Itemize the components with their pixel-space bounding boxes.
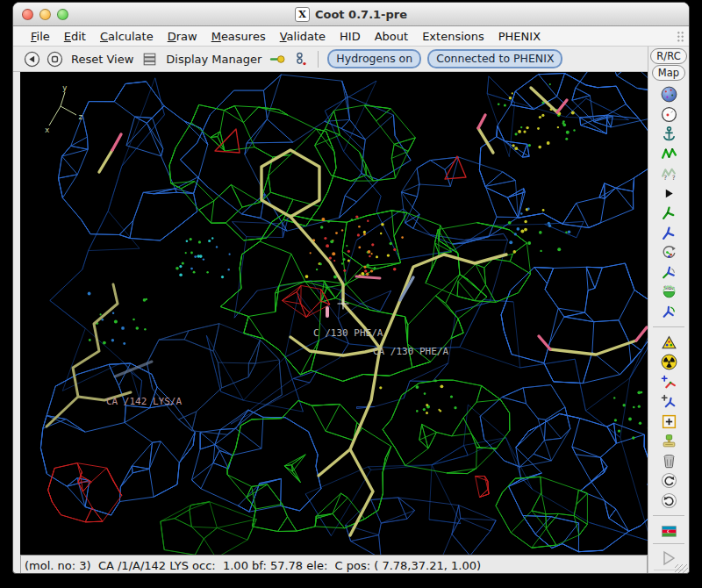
back-circle-icon[interactable]: [24, 51, 40, 68]
left-column: Reset ViewDisplay ManagerHydrogens onCon…: [13, 47, 648, 573]
sidechain-flip-icon[interactable]: Side: [661, 283, 677, 300]
toolbar-items: Reset ViewDisplay ManagerHydrogens onCon…: [24, 49, 562, 68]
svg-text:CA /142 LYS/A: CA /142 LYS/A: [106, 396, 182, 407]
undo-icon[interactable]: [661, 472, 677, 489]
record-circle-icon[interactable]: [47, 51, 63, 68]
close-button[interactable]: [22, 9, 33, 20]
right-panel-separator: [653, 326, 684, 327]
rrc-button[interactable]: R/RC: [650, 48, 686, 64]
right-panel-separator: [653, 515, 684, 516]
goto-atom-icon[interactable]: [269, 51, 286, 68]
reset-view-button[interactable]: Reset View: [71, 53, 133, 66]
jed-flip-icon[interactable]: [661, 304, 677, 320]
molecule-dot-icon[interactable]: [292, 51, 309, 68]
add-alt-conf-icon[interactable]: [661, 393, 677, 410]
menu-calculate[interactable]: Calculate: [93, 28, 161, 45]
main-toolbar: Reset ViewDisplay ManagerHydrogens onCon…: [13, 47, 648, 72]
menubar-items: FileEditCalculateDrawMeasuresValidateHID…: [24, 28, 548, 45]
titlebar[interactable]: X Coot 0.7.1-pre: [13, 3, 689, 26]
menu-edit[interactable]: Edit: [57, 28, 93, 45]
green-squiggle-refine-icon[interactable]: [661, 146, 677, 162]
menu-about[interactable]: About: [368, 28, 415, 45]
svg-text:CA /130 PHE/A: CA /130 PHE/A: [373, 346, 448, 357]
statusbar: (mol. no: 3) CA /1/A/142 LYS occ: 1.00 b…: [20, 555, 648, 574]
zoom-button[interactable]: [57, 9, 68, 20]
svg-text:?: ?: [671, 174, 675, 182]
svg-text:z: z: [78, 112, 82, 121]
svg-text:?: ?: [663, 174, 667, 182]
run-area: [648, 540, 689, 575]
window-title-area: X Coot 0.7.1-pre: [13, 3, 689, 25]
menu-measures[interactable]: Measures: [204, 28, 273, 45]
rotate-translate-icon[interactable]: [661, 244, 677, 261]
statusbar-text: (mol. no: 3) CA /1/A/142 LYS occ: 1.00 b…: [25, 559, 481, 572]
hydrogens-toggle[interactable]: Hydrogens on: [327, 49, 421, 68]
svg-text:C /130 PHE/A: C /130 PHE/A: [313, 327, 383, 339]
chi-angles-icon[interactable]: [661, 264, 677, 281]
display-manager-button[interactable]: Display Manager: [166, 53, 261, 66]
trash-delete-icon[interactable]: [661, 453, 677, 470]
rotamer-blue-icon[interactable]: [661, 225, 677, 241]
simple-mutate-radiation-icon[interactable]: [661, 354, 677, 370]
menu-phenix[interactable]: PHENIX: [491, 28, 548, 45]
right-icons: ??Side: [653, 86, 684, 540]
menu-draw[interactable]: Draw: [161, 28, 204, 45]
pale-squiggle-regularize-icon[interactable]: ??: [661, 165, 677, 182]
redo-icon[interactable]: [661, 492, 677, 509]
dot-circle-icon[interactable]: [661, 106, 677, 123]
sphere-refine-icon[interactable]: [661, 86, 677, 103]
svg-text:x: x: [45, 125, 50, 134]
gl-canvas[interactable]: yxzC /130 PHE/ACA /130 PHE/ACA /142 LYS/…: [20, 72, 648, 555]
window-body: Reset ViewDisplay ManagerHydrogens onCon…: [13, 47, 689, 573]
add-terminal-residue-icon[interactable]: [661, 374, 677, 391]
window-title: Coot 0.7.1-pre: [315, 8, 407, 21]
svg-text:y: y: [62, 83, 68, 92]
stamp-brush-icon[interactable]: [661, 433, 677, 449]
minimize-button[interactable]: [39, 9, 51, 20]
screen: { "titlebar": { "title": "Coot 0.7.1-pre…: [0, 0, 702, 588]
right-panel: R/RC Map ??Side: [648, 47, 689, 573]
menu-validate[interactable]: Validate: [273, 28, 333, 45]
rotamer-green-icon[interactable]: [661, 204, 677, 221]
menu-extensions[interactable]: Extensions: [415, 28, 491, 45]
menu-hid[interactable]: HID: [333, 28, 368, 45]
menubar-grip[interactable]: [677, 31, 684, 42]
traffic-lights: [22, 9, 68, 20]
menubar: FileEditCalculateDrawMeasuresValidateHID…: [13, 26, 689, 47]
resize-grip[interactable]: [675, 564, 688, 575]
coot-window: X Coot 0.7.1-pre FileEditCalculateDrawMe…: [12, 2, 690, 574]
mutate-hazard-icon[interactable]: [661, 334, 677, 351]
map-button[interactable]: Map: [652, 65, 685, 81]
phenix-connected-toggle[interactable]: Connected to PHENIX: [427, 49, 562, 68]
anchor-icon[interactable]: [661, 125, 677, 142]
small-play-icon[interactable]: [661, 185, 677, 202]
add-atom-plus-icon[interactable]: [661, 413, 677, 430]
display-manager-icon[interactable]: [141, 51, 158, 68]
azerbaijan-flag-icon[interactable]: [661, 523, 677, 540]
x11-app-icon: X: [295, 7, 310, 22]
toolbar-separator: [318, 51, 319, 68]
menu-file[interactable]: File: [24, 28, 57, 45]
run-separator: [653, 543, 684, 544]
